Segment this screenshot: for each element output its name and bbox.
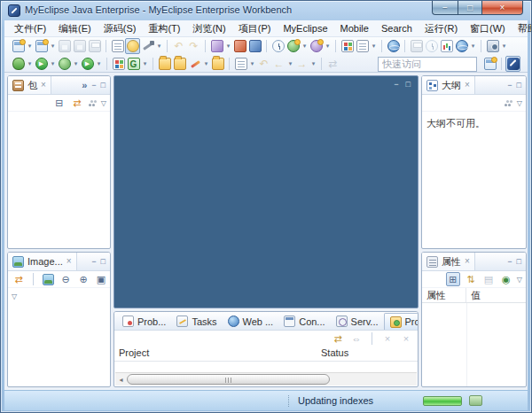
- tab-problems[interactable]: Prob...: [117, 313, 171, 330]
- back-dropdown[interactable]: ▾: [286, 60, 294, 67]
- menu-refactor[interactable]: 重构(T): [142, 20, 186, 37]
- new-interface-dropdown[interactable]: ▾: [324, 43, 332, 50]
- deploy-button[interactable]: [232, 38, 247, 54]
- tab-console[interactable]: Con...: [278, 313, 330, 330]
- report-chart-button[interactable]: [439, 38, 454, 54]
- minimize-view-button[interactable]: −: [507, 82, 512, 90]
- last-edit-button[interactable]: ↶: [256, 56, 271, 72]
- screenshot-button[interactable]: [485, 38, 500, 54]
- web-browser-button[interactable]: [386, 38, 401, 54]
- build-dropdown[interactable]: ▾: [155, 43, 163, 50]
- gradle-dropdown[interactable]: ▾: [141, 60, 149, 67]
- tab-tasks[interactable]: Tasks: [171, 313, 222, 330]
- annotate-dropdown[interactable]: ▾: [202, 60, 210, 67]
- close-view-icon[interactable]: ×: [41, 81, 46, 90]
- print-preview-button[interactable]: [409, 38, 424, 54]
- scrollbar-track[interactable]: [127, 374, 417, 386]
- menu-search[interactable]: Search: [375, 21, 419, 35]
- next-annotation-dropdown[interactable]: ▾: [248, 60, 256, 67]
- profile-dropdown[interactable]: ▾: [72, 60, 80, 67]
- view-menu-button[interactable]: ▽: [517, 99, 522, 107]
- new-module-dropdown[interactable]: ▾: [49, 43, 57, 50]
- tab-servers[interactable]: Serv...: [331, 313, 384, 330]
- new-interface-button[interactable]: [309, 38, 324, 54]
- open-file-button[interactable]: [157, 56, 172, 72]
- menu-mobile[interactable]: Mobile: [334, 21, 375, 35]
- zoom-in-button[interactable]: ⊕: [76, 272, 90, 286]
- close-view-icon[interactable]: ×: [465, 81, 470, 90]
- new-wizard-button[interactable]: [11, 38, 26, 54]
- actual-size-button[interactable]: ▣: [94, 272, 108, 286]
- forward-button[interactable]: →: [294, 56, 309, 72]
- redo-button[interactable]: ↷: [186, 38, 201, 54]
- menu-window[interactable]: 窗口(W): [464, 20, 512, 37]
- tab-package-explorer[interactable]: 包 ×: [8, 76, 51, 94]
- run-button[interactable]: ▶: [34, 56, 49, 72]
- folder-bug-button[interactable]: [210, 56, 225, 72]
- link-editor-button[interactable]: ⇄: [70, 96, 84, 110]
- maximize-view-button[interactable]: □: [517, 258, 521, 266]
- link-editor-button[interactable]: ⇄: [12, 272, 26, 286]
- column-status[interactable]: Status: [317, 347, 353, 361]
- gradle-refresh-button[interactable]: G: [126, 56, 141, 72]
- minimize-editor-button[interactable]: −: [394, 80, 398, 89]
- view-overflow-button[interactable]: »: [82, 80, 87, 90]
- zoom-out-button[interactable]: ⊖: [59, 272, 73, 286]
- tab-properties[interactable]: 属性 ×: [422, 253, 475, 270]
- view-menu-dots-icon[interactable]: [88, 99, 98, 107]
- menu-help[interactable]: 帮助(H): [512, 20, 532, 37]
- undo-button[interactable]: ↶: [171, 38, 186, 54]
- annotate-button[interactable]: [187, 56, 202, 72]
- save-button[interactable]: [57, 38, 72, 54]
- remove-all-button[interactable]: ×: [399, 331, 413, 346]
- new-ee-project-dropdown[interactable]: ▾: [224, 43, 232, 50]
- column-project[interactable]: Project: [114, 347, 317, 361]
- horizontal-scrollbar[interactable]: ◂: [115, 372, 417, 386]
- maximize-editor-button[interactable]: □: [406, 80, 411, 89]
- show-categories-button[interactable]: ▤: [481, 272, 496, 286]
- show-tree-button[interactable]: ⊞: [446, 272, 460, 286]
- link-with-editor-button[interactable]: ⇄: [325, 56, 340, 72]
- edit-image-button[interactable]: [41, 272, 55, 286]
- view-menu-button[interactable]: ▽: [101, 99, 106, 107]
- menu-myeclipse[interactable]: MyEclipse: [277, 21, 333, 35]
- maximize-button[interactable]: □: [458, 1, 482, 15]
- remove-button[interactable]: ×: [380, 331, 395, 346]
- sync-button[interactable]: ⇔: [349, 331, 364, 346]
- save-all-button[interactable]: [72, 38, 87, 54]
- screenshot-dropdown[interactable]: ▾: [500, 43, 508, 50]
- print-button[interactable]: [87, 38, 102, 54]
- menu-navigate[interactable]: 浏览(N): [186, 20, 231, 37]
- scroll-left-icon[interactable]: ◂: [115, 376, 127, 384]
- new-class-dropdown[interactable]: ▾: [301, 43, 309, 50]
- properties-table-body[interactable]: [422, 303, 526, 387]
- junit-button[interactable]: [111, 56, 126, 72]
- run-dropdown[interactable]: ▾: [49, 60, 57, 67]
- close-button[interactable]: ×: [482, 1, 523, 15]
- server-package-button[interactable]: [247, 38, 262, 54]
- open-perspective-button[interactable]: [482, 56, 497, 72]
- package-explorer-content[interactable]: [8, 112, 110, 249]
- tab-project-migration[interactable]: Proj... ×: [384, 313, 419, 330]
- new-ee-project-button[interactable]: [209, 38, 224, 54]
- myeclipse-perspective-button[interactable]: [505, 56, 520, 72]
- tab-web-browser[interactable]: Web ...: [223, 313, 279, 330]
- db-refresh-button[interactable]: [424, 38, 439, 54]
- scrollbar-thumb[interactable]: [127, 374, 330, 385]
- coverage-button[interactable]: ▶: [80, 56, 95, 72]
- lamp-toggle-button[interactable]: [125, 38, 140, 54]
- menu-file[interactable]: 文件(F): [8, 20, 52, 37]
- titlebar[interactable]: MyEclipse Java Enterprise - MyEclipse En…: [1, 1, 531, 20]
- editor-area[interactable]: − □: [113, 75, 419, 308]
- view-menu-dots-icon[interactable]: [504, 99, 513, 107]
- search-dropdown[interactable]: ▾: [469, 43, 477, 50]
- tab-image-preview[interactable]: Image... ×: [8, 253, 77, 270]
- view-menu-button[interactable]: ▽: [517, 276, 522, 284]
- new-module-button[interactable]: [34, 38, 49, 54]
- close-view-icon[interactable]: ×: [465, 257, 470, 266]
- minimize-button[interactable]: −: [432, 1, 458, 15]
- run-config-dropdown[interactable]: ▾: [370, 43, 378, 50]
- coverage-dropdown[interactable]: ▾: [95, 60, 103, 67]
- maximize-view-button[interactable]: □: [517, 82, 521, 90]
- new-class-button[interactable]: [286, 38, 301, 54]
